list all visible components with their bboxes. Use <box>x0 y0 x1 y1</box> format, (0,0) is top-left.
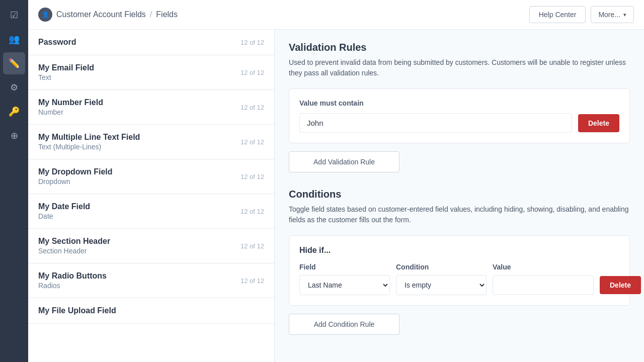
help-center-button[interactable]: Help Center <box>529 6 586 23</box>
sidebar: ☑ 👥 ✏️ ⚙ 🔑 ⊕ <box>0 0 28 362</box>
list-item[interactable]: My File Upload Field <box>28 298 274 324</box>
plus-circle-icon: ⊕ <box>11 130 18 141</box>
key-icon: 🔑 <box>9 106 20 117</box>
validation-rule-card: Value must contain Delete <box>289 88 630 143</box>
list-item[interactable]: My Radio Buttons Radios 12 of 12 <box>28 263 274 298</box>
list-item[interactable]: My Email Field Text 12 of 12 <box>28 55 274 90</box>
list-item[interactable]: My Multiple Line Text Field Text (Multip… <box>28 125 274 159</box>
rule-card-label: Value must contain <box>299 99 619 107</box>
header-actions: Help Center More... <box>529 6 634 23</box>
col-header-field: Field <box>299 263 390 271</box>
condition-row-headers: Field Condition Value <box>299 263 619 271</box>
list-item[interactable]: Password 12 of 12 <box>28 30 274 55</box>
main-area: 👤 Customer Account Fields / Fields Help … <box>28 0 644 362</box>
breadcrumb-title: Customer Account Fields <box>56 10 146 19</box>
validation-rules-desc: Used to prevent invalid data from being … <box>289 57 630 78</box>
breadcrumb-sep: / <box>150 10 152 19</box>
edit-icon: ✏️ <box>9 58 20 69</box>
list-item[interactable]: My Section Header Section Header 12 of 1… <box>28 229 274 263</box>
rule-input-row: Delete <box>299 113 619 133</box>
sidebar-item-key[interactable]: 🔑 <box>3 101 25 123</box>
users-icon: 👥 <box>9 34 20 45</box>
sidebar-item-add[interactable]: ⊕ <box>3 125 25 147</box>
sidebar-item-settings[interactable]: ⚙ <box>3 76 25 99</box>
sidebar-item-users[interactable]: 👥 <box>3 28 25 50</box>
breadcrumb: 👤 Customer Account Fields / Fields <box>38 8 178 22</box>
col-header-value: Value <box>493 263 619 271</box>
list-item[interactable]: My Dropdown Field Dropdown 12 of 12 <box>28 159 274 194</box>
list-item[interactable]: My Number Field Number 12 of 12 <box>28 90 274 125</box>
check-icon: ☑ <box>10 10 18 21</box>
condition-card: Hide if... Field Condition Value Last Na… <box>289 235 630 306</box>
gear-icon: ⚙ <box>10 82 18 93</box>
conditions-section: Conditions Toggle field states based on … <box>289 189 630 335</box>
field-list-panel: Password 12 of 12 My Email Field Text 12… <box>28 30 275 362</box>
more-button[interactable]: More... <box>591 6 634 23</box>
conditions-title: Conditions <box>289 189 630 200</box>
sidebar-item-check[interactable]: ☑ <box>3 4 25 26</box>
conditions-desc: Toggle field states based on customer-en… <box>289 204 630 225</box>
breadcrumb-icon: 👤 <box>38 8 52 22</box>
top-header: 👤 Customer Account Fields / Fields Help … <box>28 0 644 30</box>
content-area: Password 12 of 12 My Email Field Text 12… <box>28 30 644 362</box>
add-validation-rule-button[interactable]: Add Validation Rule <box>289 151 399 172</box>
condition-value-input[interactable] <box>493 276 594 295</box>
condition-inputs-row: Last Name First Name Email Phone Is empt… <box>299 275 619 295</box>
right-panel: Validation Rules Used to prevent invalid… <box>275 30 644 362</box>
validation-value-input[interactable] <box>299 113 572 133</box>
breadcrumb-current: Fields <box>156 10 178 19</box>
validation-rules-title: Validation Rules <box>289 42 630 53</box>
condition-field-select[interactable]: Last Name First Name Email Phone <box>299 275 390 295</box>
validation-delete-button[interactable]: Delete <box>578 114 619 132</box>
condition-card-title: Hide if... <box>299 246 619 255</box>
account-icon: 👤 <box>42 11 49 18</box>
condition-operator-select[interactable]: Is empty Is not empty Contains Does not … <box>396 275 487 295</box>
add-condition-rule-button[interactable]: Add Condition Rule <box>289 314 399 335</box>
col-header-condition: Condition <box>396 263 487 271</box>
validation-rules-section: Validation Rules Used to prevent invalid… <box>289 42 630 187</box>
sidebar-item-edit[interactable]: ✏️ <box>3 52 25 74</box>
list-item[interactable]: My Date Field Date 12 of 12 <box>28 194 274 229</box>
condition-delete-button[interactable]: Delete <box>600 276 641 294</box>
